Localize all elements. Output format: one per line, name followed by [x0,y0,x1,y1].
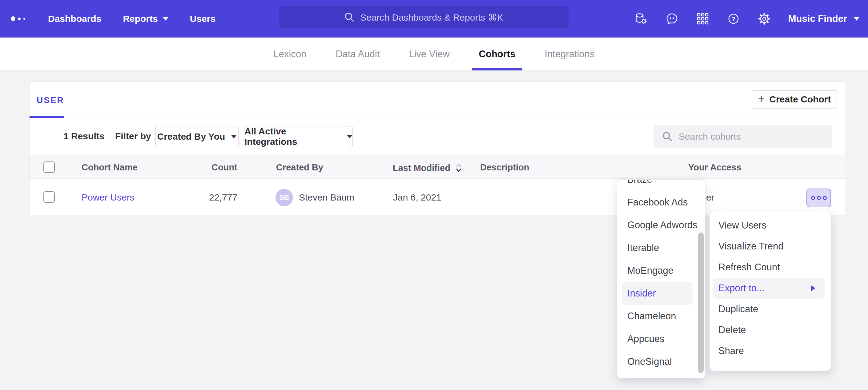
project-switcher[interactable]: Music Finder [788,13,859,24]
table-row: Power Users 22,777 SB Steven Baum Jan 6,… [30,179,845,215]
menu-item-delete[interactable]: Delete [710,320,831,340]
sort-icon [454,162,463,173]
column-header-description[interactable]: Description [480,162,529,172]
submenu-arrow-icon [811,285,815,291]
menu-item-refresh-count[interactable]: Refresh Count [710,257,831,278]
cohort-name-link[interactable]: Power Users [82,192,134,203]
nav-utilities: ? [634,0,859,37]
table-header: Cohort Name Count Created By Last Modifi… [30,155,845,179]
menu-item-insider[interactable]: Insider [622,282,693,305]
top-navbar: Dashboards Reports Users Search Dashboar… [0,0,868,37]
search-icon [344,12,354,23]
cohort-count: 22,777 [183,192,237,203]
row-actions-button[interactable] [806,189,831,207]
column-header-last-modified[interactable]: Last Modified [393,162,463,173]
menu-item-appcues[interactable]: Appcues [617,328,705,350]
row-checkbox[interactable] [43,191,55,203]
chevron-down-icon [163,17,168,21]
tab-cohorts[interactable]: Cohorts [479,37,516,70]
filter-created-by-dropdown[interactable]: Created By You [155,126,239,147]
menu-item-visualize-trend[interactable]: Visualize Trend [710,236,831,257]
help-icon[interactable]: ? [727,12,740,26]
settings-gear-icon[interactable] [757,12,771,26]
divider [30,118,845,119]
last-modified-date: Jan 6, 2021 [393,192,441,203]
row-context-menu: View Users Visualize Trend Refresh Count… [710,211,831,371]
column-header-cohort-name[interactable]: Cohort Name [82,162,137,172]
cohorts-card: USER + Create Cohort 1 Results Filter by… [29,82,845,215]
primary-nav: Dashboards Reports Users [48,0,215,37]
created-by-name: Steven Baum [299,192,354,203]
cohort-type-tab-user[interactable]: USER [37,95,64,105]
menu-item-iterable[interactable]: Iterable [617,236,705,259]
svg-text:?: ? [732,16,735,23]
brand-logo-icon[interactable] [11,0,25,37]
cohort-search-placeholder: Search cohorts [679,131,741,142]
filter-integrations-dropdown[interactable]: All Active Integrations [244,126,353,147]
column-header-count[interactable]: Count [183,162,237,172]
menu-item-facebook-ads[interactable]: Facebook Ads [617,191,705,214]
nav-item-reports[interactable]: Reports [123,13,168,24]
avatar: SB [276,189,293,206]
create-cohort-button[interactable]: + Create Cohort [752,90,837,108]
menu-scrollbar[interactable] [698,232,704,373]
menu-item-onesignal[interactable]: OneSignal [617,350,705,373]
chevron-down-icon [347,135,352,138]
results-count: 1 Results [63,131,104,141]
nav-item-users[interactable]: Users [190,13,215,24]
menu-item-google-adwords[interactable]: Google Adwords [617,214,705,236]
apps-grid-icon[interactable] [696,12,710,26]
select-all-checkbox[interactable] [43,161,55,173]
cohorts-page: Dashboards Reports Users Search Dashboar… [0,0,868,390]
your-access-value-partial: er [706,192,714,203]
menu-item-duplicate[interactable]: Duplicate [710,299,831,320]
cohort-search-input[interactable]: Search cohorts [653,125,832,148]
dot-icon [811,196,815,200]
export-destinations-menu: Braze Facebook Ads Google Adwords Iterab… [617,179,706,378]
tab-integrations[interactable]: Integrations [545,37,594,70]
tab-data-audit[interactable]: Data Audit [336,37,379,70]
plus-icon: + [758,94,764,105]
section-tabs: Lexicon Data Audit Live View Cohorts Int… [0,37,868,71]
divider [105,127,105,146]
feedback-icon[interactable] [665,12,679,26]
search-icon [662,131,673,142]
menu-item-export-to[interactable]: Export to... [713,278,825,299]
filter-by-label: Filter by [115,131,151,141]
menu-item-braze[interactable]: Braze [617,179,705,191]
chevron-down-icon [231,135,237,138]
data-management-icon[interactable] [634,12,648,26]
dot-icon [823,196,827,200]
nav-item-dashboards[interactable]: Dashboards [48,13,101,24]
export-destinations-list: Braze Facebook Ads Google Adwords Iterab… [617,179,705,373]
tab-lexicon[interactable]: Lexicon [274,37,307,70]
column-header-created-by[interactable]: Created By [276,162,323,172]
global-search-placeholder: Search Dashboards & Reports ⌘K [360,12,503,23]
menu-item-chameleon[interactable]: Chameleon [617,305,705,328]
menu-item-moengage[interactable]: MoEngage [617,259,705,282]
global-search-input[interactable]: Search Dashboards & Reports ⌘K [279,6,568,28]
tab-live-view[interactable]: Live View [409,37,450,70]
chevron-down-icon [854,17,859,21]
dot-icon [817,196,821,200]
project-name: Music Finder [788,13,847,24]
menu-item-view-users[interactable]: View Users [710,215,831,236]
column-header-your-access[interactable]: Your Access [688,162,741,172]
menu-item-share[interactable]: Share [710,340,831,361]
